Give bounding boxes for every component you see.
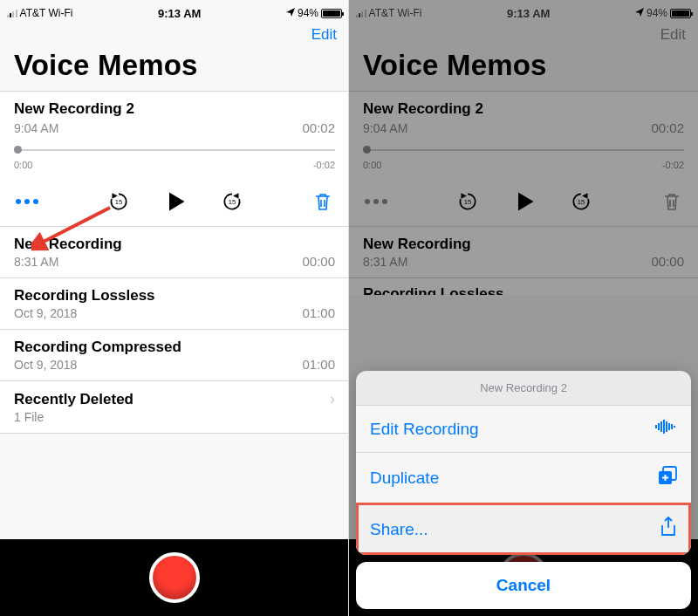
edit-button[interactable]: Edit: [311, 26, 337, 44]
location-icon: [286, 7, 295, 19]
status-bar: AT&T Wi-Fi 9:13 AM 94%: [349, 0, 698, 21]
forward-15-button[interactable]: 15: [570, 190, 592, 213]
sheet-edit-recording[interactable]: Edit Recording: [356, 405, 691, 452]
chevron-right-icon: ›: [330, 390, 335, 408]
current-name: New Recording 2: [14, 100, 134, 118]
current-name: New Recording 2: [363, 100, 483, 118]
play-button[interactable]: [163, 189, 188, 214]
screenshot-left: AT&T Wi-Fi 9:13 AM 94% Edit Voice Memos …: [0, 0, 349, 616]
list-item[interactable]: Recording Lossless Oct 9, 201801:00: [0, 277, 349, 329]
svg-text:15: 15: [229, 198, 236, 206]
elapsed-label: 0:00: [14, 160, 32, 170]
current-recording: New Recording 2 9:04 AM 00:02 0:00 -0:02…: [0, 91, 349, 226]
sheet-share[interactable]: Share...: [356, 503, 691, 555]
list-item[interactable]: Recording Lossless: [349, 277, 698, 295]
current-time: 9:04 AM: [14, 121, 58, 135]
play-button[interactable]: [512, 189, 537, 214]
more-options-button[interactable]: [365, 199, 387, 204]
remaining-label: -0:02: [313, 160, 335, 170]
svg-text:15: 15: [464, 198, 471, 206]
edit-button[interactable]: Edit: [660, 26, 686, 44]
playback-scrubber[interactable]: [14, 144, 335, 156]
playback-scrubber[interactable]: [363, 144, 684, 156]
status-time: 9:13 AM: [158, 7, 201, 20]
signal-bars-icon: [356, 9, 366, 17]
list-item[interactable]: New Recording 8:31 AM00:00: [0, 226, 349, 277]
svg-text:15: 15: [115, 198, 122, 206]
status-time: 9:13 AM: [507, 7, 550, 20]
record-bar: [0, 539, 349, 616]
sheet-cancel[interactable]: Cancel: [356, 562, 691, 609]
screenshot-right: AT&T Wi-Fi 9:13 AM 94% Edit Voice Memos …: [349, 0, 698, 616]
signal-bars-icon: [7, 9, 17, 17]
sheet-duplicate[interactable]: Duplicate: [356, 452, 691, 503]
record-button[interactable]: [149, 552, 200, 603]
current-recording: New Recording 2 9:04 AM 00:02 0:00 -0:02…: [349, 91, 698, 226]
share-icon: [660, 517, 677, 542]
rewind-15-button[interactable]: 15: [107, 190, 130, 213]
page-title: Voice Memos: [0, 47, 349, 91]
trash-button[interactable]: [661, 190, 682, 213]
carrier-label: AT&T Wi-Fi: [369, 7, 422, 19]
forward-15-button[interactable]: 15: [221, 190, 243, 213]
list-item[interactable]: New Recording 8:31 AM00:00: [349, 226, 698, 277]
action-sheet: New Recording 2 Edit Recording Duplicate…: [356, 371, 691, 609]
location-icon: [635, 7, 644, 19]
current-duration: 00:02: [302, 120, 335, 135]
recently-deleted-row[interactable]: Recently Deleted› 1 File: [0, 380, 349, 434]
battery-pct: 94%: [647, 7, 667, 19]
svg-text:15: 15: [578, 198, 585, 206]
waveform-icon: [654, 419, 677, 439]
trash-button[interactable]: [312, 190, 333, 213]
sheet-title: New Recording 2: [356, 371, 691, 405]
battery-pct: 94%: [298, 7, 318, 19]
battery-icon: [670, 9, 691, 18]
page-title: Voice Memos: [349, 47, 698, 91]
battery-icon: [321, 9, 342, 18]
more-options-button[interactable]: [16, 199, 38, 204]
carrier-label: AT&T Wi-Fi: [20, 7, 73, 19]
list-item[interactable]: Recording Compressed Oct 9, 201801:00: [0, 329, 349, 380]
status-bar: AT&T Wi-Fi 9:13 AM 94%: [0, 0, 349, 21]
duplicate-icon: [658, 466, 677, 489]
rewind-15-button[interactable]: 15: [456, 190, 479, 213]
